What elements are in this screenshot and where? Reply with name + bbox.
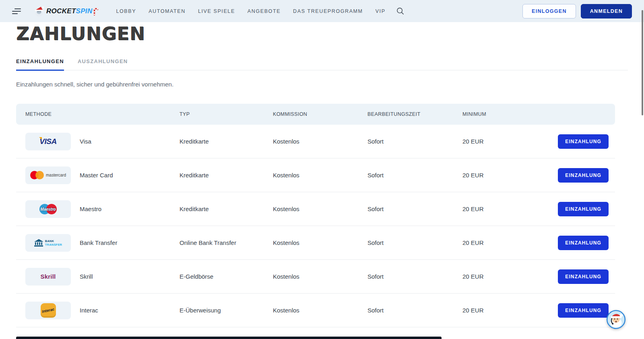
method-cell: BANKTRANSFERBank Transfer <box>25 234 180 252</box>
payments-table: METHODETYPKOMMISSIONBEARBEITUNGSZEITMINI… <box>16 104 615 327</box>
type-cell: Kreditkarte <box>180 205 273 212</box>
type-cell: Kreditkarte <box>180 138 273 145</box>
method-cell: VISAVisa <box>25 133 180 150</box>
deposit-button[interactable]: EINZAHLUNG <box>558 134 609 149</box>
table-header-row: METHODETYPKOMMISSIONBEARBEITUNGSZEITMINI… <box>16 104 615 125</box>
main-content: ZAHLUNGEN EINZAHLUNGENAUSZAHLUNGEN Einza… <box>0 24 644 327</box>
search-icon[interactable] <box>396 7 405 15</box>
nav-item-vip[interactable]: VIP <box>376 8 386 14</box>
processing-time-cell: Sofort <box>367 307 462 314</box>
action-cell: EINZAHLUNG <box>556 134 609 149</box>
commission-cell: Kostenlos <box>273 138 367 145</box>
processing-time-cell: Sofort <box>367 138 462 145</box>
table-row-skrill: SkrillSkrillE-GeldbörseKostenlosSofort20… <box>16 260 615 294</box>
processing-time-cell: Sofort <box>367 205 462 212</box>
type-cell: Online Bank Transfer <box>180 239 273 246</box>
minimum-cell: 20 EUR <box>462 138 556 145</box>
mastercard-logo: mastercard <box>30 171 66 179</box>
deposit-button[interactable]: EINZAHLUNG <box>558 236 609 250</box>
processing-time-cell: Sofort <box>367 273 462 280</box>
commission-cell: Kostenlos <box>273 273 367 280</box>
deposit-button[interactable]: EINZAHLUNG <box>558 269 609 284</box>
page-title: ZAHLUNGEN <box>16 24 628 43</box>
table-row-master-card: mastercardMaster CardKreditkarteKostenlo… <box>16 158 615 192</box>
main-nav: LOBBYAUTOMATENLIVE SPIELEANGEBOTEDAS TRE… <box>116 8 385 14</box>
method-cell: SkrillSkrill <box>25 268 180 286</box>
nav-item-das-treueprogramm[interactable]: DAS TREUEPROGRAMM <box>293 8 363 14</box>
commission-cell: Kostenlos <box>273 205 367 212</box>
action-cell: EINZAHLUNG <box>556 202 609 216</box>
method-name: Visa <box>80 138 91 145</box>
candy-cane-icon <box>93 7 98 16</box>
column-header-kommission: KOMMISSION <box>273 111 367 117</box>
deposit-button[interactable]: EINZAHLUNG <box>558 202 609 216</box>
method-logo-tile: Interac <box>25 302 71 319</box>
deposit-button[interactable]: EINZAHLUNG <box>558 303 609 318</box>
nav-item-automaten[interactable]: AUTOMATEN <box>149 8 186 14</box>
method-cell: mastercardMaster Card <box>25 166 180 184</box>
column-header-methode: METHODE <box>25 111 180 117</box>
commission-cell: Kostenlos <box>273 239 367 246</box>
nav-item-live-spiele[interactable]: LIVE SPIELE <box>198 8 235 14</box>
minimum-cell: 20 EUR <box>462 205 556 212</box>
minimum-cell: 20 EUR <box>462 307 556 314</box>
table-body: VISAVisaKreditkarteKostenlosSofort20 EUR… <box>16 125 615 327</box>
method-logo-tile: BANKTRANSFER <box>25 234 71 252</box>
action-cell: EINZAHLUNG <box>556 236 609 250</box>
minimum-cell: 20 EUR <box>462 172 556 179</box>
method-logo-tile: mastercard <box>25 166 71 184</box>
commission-cell: Kostenlos <box>273 172 367 179</box>
table-row-interac: InteracInteracE-ÜberweisungKostenlosSofo… <box>16 294 615 327</box>
column-header-bearbeitungszeit: BEARBEITUNGSZEIT <box>367 111 462 117</box>
method-cell: InteracInterac <box>25 302 180 319</box>
column-header-typ: TYP <box>180 111 273 117</box>
chat-santa-icon <box>607 323 625 330</box>
method-logo-tile: Skrill <box>25 268 71 286</box>
method-name: Maestro <box>80 205 101 212</box>
action-cell: EINZAHLUNG <box>556 303 609 318</box>
top-nav-bar: ROCKETSPIN LOBBYAUTOMATENLIVE SPIELEANGE… <box>0 0 644 22</box>
chat-widget[interactable] <box>607 310 625 329</box>
logo-text-rocket: ROCKET <box>46 7 76 15</box>
method-name: Interac <box>80 307 98 314</box>
scrollbar-thumb[interactable] <box>642 10 643 115</box>
logo[interactable]: ROCKETSPIN <box>33 5 98 17</box>
signup-button[interactable]: ANMELDEN <box>581 4 632 18</box>
method-cell: MaestroMaestro <box>25 200 180 218</box>
type-cell: E-Überweisung <box>180 307 273 314</box>
method-name: Bank Transfer <box>80 239 117 246</box>
login-button[interactable]: EINLOGGEN <box>522 4 576 18</box>
method-logo-tile: Maestro <box>25 200 71 218</box>
logo-santa-icon <box>33 5 45 17</box>
table-row-maestro: MaestroMaestroKreditkarteKostenlosSofort… <box>16 192 615 226</box>
action-cell: EINZAHLUNG <box>556 269 609 284</box>
logo-text-spin: SPIN <box>76 7 93 15</box>
table-row-bank-transfer: BANKTRANSFERBank TransferOnline Bank Tra… <box>16 226 615 260</box>
interac-logo: Interac <box>41 303 56 318</box>
minimum-cell: 20 EUR <box>462 239 556 246</box>
action-cell: EINZAHLUNG <box>556 168 609 183</box>
tab-auszahlungen[interactable]: AUSZAHLUNGEN <box>78 58 128 70</box>
commission-cell: Kostenlos <box>273 307 367 314</box>
nav-item-lobby[interactable]: LOBBY <box>116 8 136 14</box>
processing-time-cell: Sofort <box>367 239 462 246</box>
deposit-button[interactable]: EINZAHLUNG <box>558 168 609 183</box>
minimum-cell: 20 EUR <box>462 273 556 280</box>
page-description: Einzahlungen schnell, sicher und gebühre… <box>16 81 628 88</box>
nav-item-angebote[interactable]: ANGEBOTE <box>248 8 281 14</box>
auth-buttons: EINLOGGEN ANMELDEN <box>522 4 632 18</box>
footer-top-bar <box>16 337 442 339</box>
tab-einzahlungen[interactable]: EINZAHLUNGEN <box>16 58 64 71</box>
skrill-logo: Skrill <box>41 273 56 280</box>
maestro-logo: Maestro <box>39 204 57 214</box>
table-row-visa: VISAVisaKreditkarteKostenlosSofort20 EUR… <box>16 125 615 158</box>
type-cell: E-Geldbörse <box>180 273 273 280</box>
tabs: EINZAHLUNGENAUSZAHLUNGEN <box>16 58 628 70</box>
method-name: Master Card <box>80 172 113 179</box>
method-name: Skrill <box>80 273 93 280</box>
visa-logo: VISA <box>39 137 56 146</box>
bank-transfer-logo: BANKTRANSFER <box>34 239 62 247</box>
menu-icon[interactable] <box>12 7 22 16</box>
processing-time-cell: Sofort <box>367 172 462 179</box>
column-header-minimum: MINIMUM <box>462 111 556 117</box>
